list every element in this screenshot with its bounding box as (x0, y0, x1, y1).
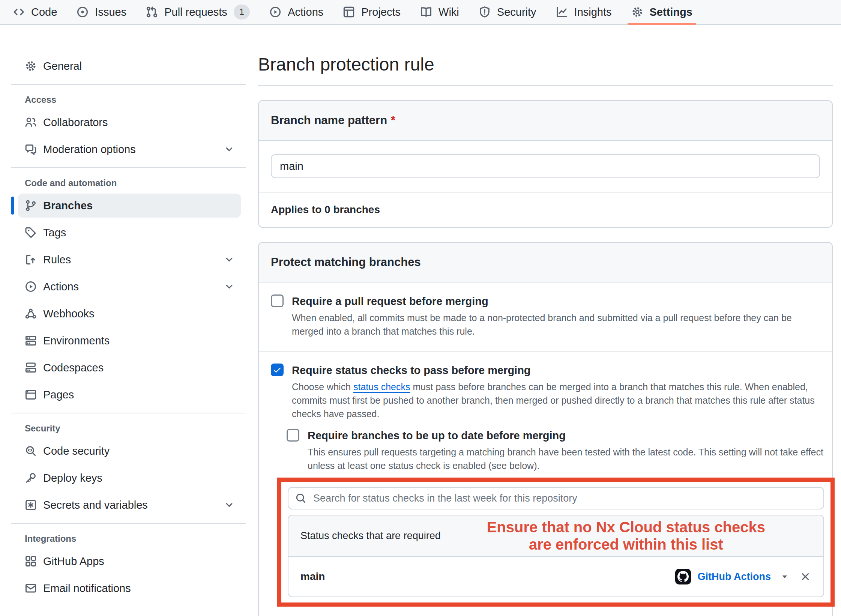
sidebar-item-code-security[interactable]: Code security (18, 439, 241, 463)
sidebar-item-tags[interactable]: Tags (18, 221, 241, 245)
branch-name-pattern-label: Branch name pattern (271, 114, 387, 127)
status-checks-link[interactable]: status checks (353, 382, 410, 392)
sidebar-section-code-automation: Code and automation (25, 178, 246, 188)
status-check-search (288, 487, 824, 509)
table-icon (343, 6, 355, 18)
book-icon (420, 6, 432, 18)
play-icon (269, 6, 281, 18)
status-check-search-input[interactable] (288, 487, 824, 509)
sidebar-item-pages[interactable]: Pages (18, 383, 241, 407)
sidebar-item-label: Collaborators (43, 116, 108, 129)
tab-pull-requests[interactable]: Pull requests 1 (136, 0, 260, 24)
sidebar-item-label: Pages (43, 389, 74, 401)
sidebar-item-environments[interactable]: Environments (18, 329, 241, 353)
sidebar-item-deploy-keys[interactable]: Deploy keys (18, 466, 241, 490)
divider (258, 85, 833, 86)
protect-matching-branches-header: Protect matching branches (259, 243, 832, 282)
code-scan-icon (25, 445, 37, 457)
sidebar-item-label: Secrets and variables (43, 499, 148, 511)
remove-status-check-icon[interactable] (799, 571, 811, 583)
search-icon (295, 493, 306, 505)
sidebar-item-codespaces[interactable]: Codespaces (18, 356, 241, 380)
divider (11, 413, 246, 413)
sidebar-item-email-notifications[interactable]: Email notifications (18, 576, 241, 600)
annotation-text: Ensure that no Nx Cloud status checks ar… (441, 518, 811, 553)
tab-issues[interactable]: Issues (67, 0, 136, 24)
tab-insights[interactable]: Insights (546, 0, 622, 24)
tab-label: Actions (288, 6, 323, 18)
sidebar-item-label: General (43, 60, 82, 72)
comment-discussion-icon (25, 143, 37, 155)
sidebar-item-label: GitHub Apps (43, 555, 104, 568)
require-status-checks-label[interactable]: Require status checks to pass before mer… (292, 363, 531, 378)
branch-name-pattern-card: Branch name pattern* Applies to 0 branch… (258, 100, 833, 228)
sidebar-item-label: Rules (43, 254, 71, 266)
sidebar-section-security: Security (25, 423, 246, 434)
mail-icon (25, 582, 37, 594)
annotation-line: are enforced within this list (441, 536, 811, 553)
tag-icon (25, 227, 37, 239)
annotation-line: Ensure that no Nx Cloud status checks (441, 518, 811, 536)
sidebar-item-github-apps[interactable]: GitHub Apps (18, 549, 241, 573)
description-text: Choose which (292, 382, 353, 392)
tab-security[interactable]: Security (469, 0, 546, 24)
tab-label: Issues (95, 6, 126, 18)
sidebar-item-branches[interactable]: Branches (18, 194, 241, 218)
key-icon (25, 472, 37, 484)
sidebar-section-access: Access (25, 95, 246, 105)
dropdown-caret-icon[interactable] (780, 572, 790, 581)
require-status-checks-checkbox[interactable] (271, 364, 284, 376)
sidebar-item-moderation-options[interactable]: Moderation options (18, 137, 241, 161)
applies-to-branches-text: Applies to 0 branches (259, 192, 832, 227)
github-actions-link[interactable]: GitHub Actions (698, 571, 771, 583)
tab-code[interactable]: Code (3, 0, 67, 24)
require-status-checks-setting: Require status checks to pass before mer… (259, 352, 832, 613)
key-asterisk-icon (25, 499, 37, 511)
tab-label: Settings (650, 6, 692, 18)
tab-actions[interactable]: Actions (260, 0, 333, 24)
sidebar-item-label: Actions (43, 281, 79, 293)
play-icon (25, 281, 37, 293)
git-pull-request-icon (146, 6, 158, 18)
required-status-checks-title: Status checks that are required (300, 530, 441, 542)
issue-opened-icon (77, 6, 89, 18)
branch-name-pattern-input[interactable] (271, 154, 820, 178)
require-up-to-date-description: This ensures pull requests targeting a m… (308, 445, 826, 472)
people-icon (25, 116, 37, 128)
repo-tab-bar: Code Issues Pull requests 1 Actions Proj… (0, 0, 841, 25)
codespaces-icon (25, 362, 37, 374)
sidebar-item-collaborators[interactable]: Collaborators (18, 110, 241, 134)
require-pr-checkbox[interactable] (271, 294, 284, 307)
sidebar-item-secrets-variables[interactable]: Secrets and variables (18, 493, 241, 517)
sidebar-item-general[interactable]: General (18, 54, 241, 78)
tab-label: Projects (361, 6, 401, 18)
sidebar-item-label: Environments (43, 335, 110, 347)
sidebar-item-webhooks[interactable]: Webhooks (18, 302, 241, 326)
sidebar-item-label: Deploy keys (43, 472, 102, 484)
webhook-icon (25, 308, 37, 320)
require-status-checks-description: Choose which status checks must pass bef… (292, 380, 826, 421)
tab-wiki[interactable]: Wiki (410, 0, 469, 24)
browser-icon (25, 389, 37, 401)
gear-icon (25, 60, 37, 72)
required-asterisk: * (391, 114, 395, 127)
server-icon (25, 335, 37, 347)
sidebar-item-label: Email notifications (43, 582, 131, 595)
graph-icon (556, 6, 568, 18)
gear-icon (631, 6, 643, 18)
require-up-to-date-checkbox[interactable] (287, 429, 299, 442)
chevron-down-icon (224, 282, 234, 291)
tab-settings[interactable]: Settings (622, 0, 702, 24)
status-checks-options: Require branches to be up to date before… (287, 428, 826, 607)
github-actions-avatar (675, 569, 691, 584)
require-pr-label[interactable]: Require a pull request before merging (292, 294, 488, 309)
tab-label: Insights (574, 6, 612, 18)
pull-requests-count-badge: 1 (234, 5, 250, 20)
git-branch-icon (25, 200, 37, 212)
chevron-down-icon (224, 144, 234, 154)
sidebar-item-actions[interactable]: Actions (18, 275, 241, 299)
require-up-to-date-label[interactable]: Require branches to be up to date before… (308, 428, 566, 443)
tab-projects[interactable]: Projects (333, 0, 410, 24)
status-check-name: main (300, 571, 325, 583)
sidebar-item-rules[interactable]: Rules (18, 248, 241, 272)
